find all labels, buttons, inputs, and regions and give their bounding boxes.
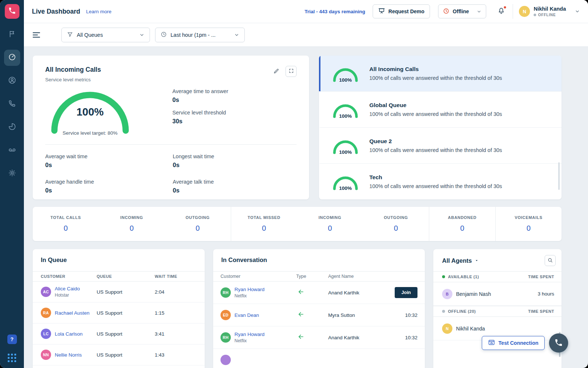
customer-link[interactable]: Rachael Austen <box>55 310 90 316</box>
time-filter-label: Last hour (1pm - ... <box>171 32 216 38</box>
chevron-down-icon <box>477 9 481 14</box>
table-row: AC Alice Caido Hotstar US Support 2:04 <box>33 282 205 302</box>
queue-name: Queue 2 <box>369 138 502 145</box>
help-button[interactable]: ? <box>7 335 17 344</box>
customer-link[interactable]: Nellie Norris <box>55 352 82 358</box>
request-demo-button[interactable]: Request Demo <box>373 4 430 18</box>
expand-button[interactable] <box>286 66 297 77</box>
customer-link[interactable]: Ryan Howard <box>234 332 265 337</box>
metric: Average wait time 0s <box>45 153 173 169</box>
queue-name: All Incoming Calls <box>369 66 502 72</box>
app-window: ? Live Dashboard Learn more Trial - 443 … <box>0 0 588 368</box>
agents-search-button[interactable] <box>545 255 556 266</box>
sidebar-bottom: ? <box>7 335 17 362</box>
apps-grid-icon[interactable] <box>8 354 16 362</box>
time-filter-dropdown[interactable]: Last hour (1pm - ... <box>155 28 245 42</box>
clock-icon <box>161 31 167 39</box>
queue-gauge: 100% <box>331 137 359 154</box>
customer-link[interactable]: Ryan Howard <box>234 287 265 292</box>
queue-desc: 100% of calls were answered within the t… <box>369 75 502 81</box>
avatar: AC <box>41 287 51 297</box>
queue-filter-label: All Queues <box>77 32 103 38</box>
customer-company: Hotstar <box>55 293 80 298</box>
queue-cell: US Support <box>97 352 155 358</box>
queue-filter-dropdown[interactable]: All Queues <box>61 28 150 42</box>
queue-service-row[interactable]: 100% Tech 100% of calls were answered wi… <box>319 163 562 199</box>
presentation-icon <box>378 7 385 15</box>
queue-cell: US Support <box>97 289 155 295</box>
queue-service-row[interactable]: 100% All Incoming Calls 100% of calls we… <box>319 56 562 91</box>
metric: Average talk time 0s <box>173 179 297 194</box>
agent-name: Benjamin Nash <box>456 291 491 297</box>
contact-person-icon <box>8 76 16 86</box>
app-logo[interactable] <box>5 4 19 19</box>
sidebar-item-flags[interactable] <box>4 26 20 43</box>
in-conversation-header: Customer Type Agent Name <box>213 271 425 282</box>
phone-icon <box>554 338 563 348</box>
agent-row[interactable]: B Benjamin Nash 3 hours <box>433 282 562 306</box>
queue-service-row[interactable]: 100% Global Queue 100% of calls were ans… <box>319 91 562 127</box>
dialer-fab[interactable] <box>549 333 568 353</box>
sidebar-item-contacts[interactable] <box>4 73 20 89</box>
stat-abandoned: ABANDONED 0 <box>429 207 495 241</box>
test-connection-button[interactable]: Test Connection <box>482 336 545 350</box>
edit-button[interactable] <box>271 66 282 77</box>
sidebar-item-reports[interactable] <box>4 119 20 135</box>
chevron-down-icon <box>575 9 580 14</box>
scrollbar[interactable] <box>558 162 560 190</box>
incoming-call-icon <box>296 311 328 319</box>
dashboard-content: All Incoming Calls Service level metrics <box>24 47 588 368</box>
queue-cell: US Support <box>97 310 155 316</box>
sidebar-item-voicemail[interactable] <box>4 142 20 159</box>
search-icon <box>547 257 553 264</box>
agents-section-offline: OFFLINE (20) TIME SPENT <box>433 306 562 317</box>
avatar: ED <box>220 310 231 320</box>
service-card-title: All Incoming Calls <box>45 66 101 74</box>
learn-more-link[interactable]: Learn more <box>86 9 111 14</box>
trial-status: Trial - 443 days remaining <box>305 9 365 14</box>
notifications-button[interactable] <box>496 6 507 17</box>
menu-toggle-button[interactable] <box>33 29 45 41</box>
sidebar-item-settings[interactable] <box>4 166 20 182</box>
gear-icon <box>8 169 16 178</box>
in-conversation-card: In Conversation Customer Type Agent Name… <box>213 249 425 368</box>
customer-link[interactable]: Alice Caido <box>55 286 80 291</box>
service-level-card: All Incoming Calls Service level metrics <box>33 56 309 199</box>
service-level-gauge: 100% Service level target: 80% <box>47 88 133 135</box>
metric: Average handle time 0s <box>45 179 173 194</box>
queue-desc: 100% of calls were answered within the t… <box>369 183 502 189</box>
request-demo-label: Request Demo <box>388 8 424 14</box>
wait-time-cell: 1:43 <box>155 352 197 358</box>
wait-time-cell: 2:04 <box>155 289 197 295</box>
call-duration: 10:32 <box>405 335 417 340</box>
join-button[interactable]: Join <box>395 287 417 298</box>
sidebar: ? <box>0 0 24 368</box>
user-menu[interactable]: N Nikhil Kanda OFFLINE <box>519 6 580 17</box>
queue-desc: 100% of calls were answered within the t… <box>369 147 502 153</box>
agents-filter-dropdown[interactable]: All Agents <box>442 257 479 264</box>
queues-service-panel: 100% All Incoming Calls 100% of calls we… <box>319 56 562 199</box>
presence-select[interactable]: Offline <box>438 4 486 18</box>
avatar: N <box>442 323 452 334</box>
incoming-call-icon <box>296 333 328 342</box>
customer-link[interactable]: Evan Dean <box>234 312 259 318</box>
agent-name-cell: Myra Sutton <box>328 312 384 318</box>
sidebar-item-calls[interactable] <box>4 96 20 112</box>
call-stats-bar: TOTAL CALLS 0 INCOMING 0 OUTGOING 0 TOTA… <box>33 207 562 241</box>
caret-down-icon <box>474 257 479 264</box>
queue-service-row[interactable]: 100% Queue 2 100% of calls were answered… <box>319 127 562 163</box>
stat-incoming: INCOMING 0 <box>99 207 165 241</box>
avatar: RH <box>220 332 231 343</box>
table-row: RA Rachael Austen US Support 1:15 <box>33 302 205 323</box>
avatar: LC <box>41 329 51 339</box>
notification-dot <box>503 6 506 9</box>
chevron-down-icon <box>234 32 239 38</box>
customer-link[interactable]: Lola Carlson <box>55 331 83 337</box>
table-row: RH Ryan Howard Netflix Anand Karthik Joi… <box>213 282 425 304</box>
sidebar-item-dashboard[interactable] <box>4 50 20 66</box>
agent-time-spent: 3 hours <box>538 291 554 297</box>
topbar: Live Dashboard Learn more Trial - 443 da… <box>24 0 588 23</box>
avatar: NN <box>41 350 51 360</box>
expand-icon <box>288 68 294 75</box>
queue-name: Global Queue <box>369 102 502 109</box>
